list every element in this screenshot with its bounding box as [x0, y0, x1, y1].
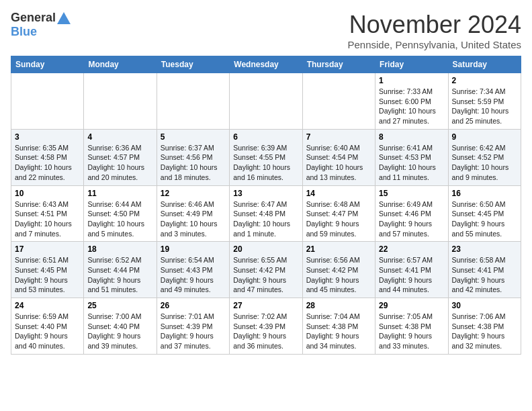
- day-info: Sunrise: 6:49 AM Sunset: 4:46 PM Dayligh…: [379, 199, 444, 239]
- calendar-cell: 5Sunrise: 6:37 AM Sunset: 4:56 PM Daylig…: [157, 129, 229, 185]
- title-section: November 2024 Pennside, Pennsylvania, Un…: [348, 11, 522, 50]
- calendar-cell: 1Sunrise: 7:33 AM Sunset: 6:00 PM Daylig…: [375, 73, 448, 130]
- day-number: 15: [379, 189, 444, 198]
- calendar-table: SundayMondayTuesdayWednesdayThursdayFrid…: [11, 56, 521, 355]
- day-info: Sunrise: 6:52 AM Sunset: 4:44 PM Dayligh…: [87, 255, 152, 295]
- calendar-cell: 8Sunrise: 6:41 AM Sunset: 4:53 PM Daylig…: [375, 129, 448, 185]
- day-number: 10: [15, 189, 80, 198]
- logo-general-text: General: [11, 11, 56, 25]
- day-number: 13: [233, 189, 298, 198]
- day-info: Sunrise: 6:54 AM Sunset: 4:43 PM Dayligh…: [161, 255, 226, 295]
- calendar-cell: 28Sunrise: 7:04 AM Sunset: 4:38 PM Dayli…: [302, 298, 375, 355]
- day-info: Sunrise: 6:43 AM Sunset: 4:51 PM Dayligh…: [15, 199, 80, 239]
- calendar-cell: 18Sunrise: 6:52 AM Sunset: 4:44 PM Dayli…: [84, 242, 157, 298]
- calendar-week-row: 17Sunrise: 6:51 AM Sunset: 4:45 PM Dayli…: [11, 242, 521, 298]
- day-info: Sunrise: 6:58 AM Sunset: 4:41 PM Dayligh…: [452, 255, 517, 295]
- day-info: Sunrise: 7:04 AM Sunset: 4:38 PM Dayligh…: [306, 312, 371, 351]
- day-info: Sunrise: 6:56 AM Sunset: 4:42 PM Dayligh…: [306, 255, 371, 295]
- page-header: General Blue November 2024 Pennside, Pen…: [11, 11, 521, 50]
- calendar-cell: 16Sunrise: 6:50 AM Sunset: 4:45 PM Dayli…: [448, 185, 521, 242]
- day-of-week-header: Tuesday: [157, 56, 229, 73]
- day-info: Sunrise: 6:40 AM Sunset: 4:54 PM Dayligh…: [306, 143, 371, 183]
- logo: General Blue: [11, 11, 71, 39]
- day-info: Sunrise: 6:42 AM Sunset: 4:52 PM Dayligh…: [452, 143, 517, 183]
- day-number: 21: [306, 244, 371, 254]
- logo-triangle-icon: [57, 12, 71, 24]
- day-of-week-header: Monday: [84, 56, 157, 73]
- calendar-cell: 17Sunrise: 6:51 AM Sunset: 4:45 PM Dayli…: [11, 242, 84, 298]
- month-title: November 2024: [348, 11, 522, 39]
- day-info: Sunrise: 7:00 AM Sunset: 4:40 PM Dayligh…: [87, 312, 152, 351]
- day-number: 9: [452, 132, 517, 142]
- day-number: 19: [161, 244, 226, 254]
- calendar-cell: 30Sunrise: 7:06 AM Sunset: 4:38 PM Dayli…: [448, 298, 521, 355]
- day-number: 29: [379, 301, 444, 310]
- day-number: 11: [87, 189, 152, 198]
- day-of-week-header: Wednesday: [230, 56, 302, 73]
- day-info: Sunrise: 7:06 AM Sunset: 4:38 PM Dayligh…: [452, 312, 517, 351]
- calendar-cell: 7Sunrise: 6:40 AM Sunset: 4:54 PM Daylig…: [302, 129, 375, 185]
- day-info: Sunrise: 6:36 AM Sunset: 4:57 PM Dayligh…: [87, 143, 152, 183]
- day-number: 1: [379, 76, 444, 85]
- day-number: 3: [15, 132, 80, 142]
- calendar-cell: [84, 73, 157, 130]
- calendar-cell: [230, 73, 302, 130]
- day-number: 24: [15, 301, 80, 310]
- day-info: Sunrise: 7:33 AM Sunset: 6:00 PM Dayligh…: [379, 87, 444, 126]
- calendar-cell: 15Sunrise: 6:49 AM Sunset: 4:46 PM Dayli…: [375, 185, 448, 242]
- calendar-cell: 4Sunrise: 6:36 AM Sunset: 4:57 PM Daylig…: [84, 129, 157, 185]
- calendar-cell: 9Sunrise: 6:42 AM Sunset: 4:52 PM Daylig…: [448, 129, 521, 185]
- day-number: 27: [233, 301, 298, 310]
- calendar-week-row: 3Sunrise: 6:35 AM Sunset: 4:58 PM Daylig…: [11, 129, 521, 185]
- day-info: Sunrise: 6:55 AM Sunset: 4:42 PM Dayligh…: [233, 255, 298, 295]
- calendar-cell: 23Sunrise: 6:58 AM Sunset: 4:41 PM Dayli…: [448, 242, 521, 298]
- calendar-cell: 24Sunrise: 6:59 AM Sunset: 4:40 PM Dayli…: [11, 298, 84, 355]
- day-number: 26: [161, 301, 226, 310]
- day-number: 4: [87, 132, 152, 142]
- calendar-cell: 3Sunrise: 6:35 AM Sunset: 4:58 PM Daylig…: [11, 129, 84, 185]
- day-info: Sunrise: 6:35 AM Sunset: 4:58 PM Dayligh…: [15, 143, 80, 183]
- calendar-cell: 22Sunrise: 6:57 AM Sunset: 4:41 PM Dayli…: [375, 242, 448, 298]
- day-info: Sunrise: 6:46 AM Sunset: 4:49 PM Dayligh…: [161, 199, 226, 239]
- day-of-week-header: Thursday: [302, 56, 375, 73]
- day-number: 25: [87, 301, 152, 310]
- day-info: Sunrise: 6:51 AM Sunset: 4:45 PM Dayligh…: [15, 255, 80, 295]
- day-number: 8: [379, 132, 444, 142]
- calendar-cell: [11, 73, 84, 130]
- day-info: Sunrise: 6:59 AM Sunset: 4:40 PM Dayligh…: [15, 312, 80, 351]
- calendar-cell: 21Sunrise: 6:56 AM Sunset: 4:42 PM Dayli…: [302, 242, 375, 298]
- calendar-cell: 20Sunrise: 6:55 AM Sunset: 4:42 PM Dayli…: [230, 242, 302, 298]
- calendar-week-row: 1Sunrise: 7:33 AM Sunset: 6:00 PM Daylig…: [11, 73, 521, 130]
- calendar-cell: [302, 73, 375, 130]
- calendar-cell: 19Sunrise: 6:54 AM Sunset: 4:43 PM Dayli…: [157, 242, 229, 298]
- calendar-cell: 27Sunrise: 7:02 AM Sunset: 4:39 PM Dayli…: [230, 298, 302, 355]
- calendar-cell: 12Sunrise: 6:46 AM Sunset: 4:49 PM Dayli…: [157, 185, 229, 242]
- day-info: Sunrise: 7:34 AM Sunset: 5:59 PM Dayligh…: [452, 87, 517, 126]
- calendar-cell: 6Sunrise: 6:39 AM Sunset: 4:55 PM Daylig…: [230, 129, 302, 185]
- day-info: Sunrise: 6:41 AM Sunset: 4:53 PM Dayligh…: [379, 143, 444, 183]
- day-number: 5: [161, 132, 226, 142]
- day-number: 20: [233, 244, 298, 254]
- calendar-cell: 10Sunrise: 6:43 AM Sunset: 4:51 PM Dayli…: [11, 185, 84, 242]
- day-of-week-header: Friday: [375, 56, 448, 73]
- day-number: 18: [87, 244, 152, 254]
- day-of-week-header: Saturday: [448, 56, 521, 73]
- location-text: Pennside, Pennsylvania, United States: [348, 39, 522, 50]
- calendar-cell: [157, 73, 229, 130]
- calendar-cell: 11Sunrise: 6:44 AM Sunset: 4:50 PM Dayli…: [84, 185, 157, 242]
- day-info: Sunrise: 6:48 AM Sunset: 4:47 PM Dayligh…: [306, 199, 371, 239]
- calendar-cell: 14Sunrise: 6:48 AM Sunset: 4:47 PM Dayli…: [302, 185, 375, 242]
- day-number: 30: [452, 301, 517, 310]
- calendar-header-row: SundayMondayTuesdayWednesdayThursdayFrid…: [11, 56, 521, 73]
- day-number: 23: [452, 244, 517, 254]
- day-info: Sunrise: 6:57 AM Sunset: 4:41 PM Dayligh…: [379, 255, 444, 295]
- calendar-cell: 29Sunrise: 7:05 AM Sunset: 4:38 PM Dayli…: [375, 298, 448, 355]
- day-info: Sunrise: 6:37 AM Sunset: 4:56 PM Dayligh…: [161, 143, 226, 183]
- day-number: 16: [452, 189, 517, 198]
- calendar-week-row: 24Sunrise: 6:59 AM Sunset: 4:40 PM Dayli…: [11, 298, 521, 355]
- calendar-cell: 13Sunrise: 6:47 AM Sunset: 4:48 PM Dayli…: [230, 185, 302, 242]
- calendar-week-row: 10Sunrise: 6:43 AM Sunset: 4:51 PM Dayli…: [11, 185, 521, 242]
- calendar-cell: 2Sunrise: 7:34 AM Sunset: 5:59 PM Daylig…: [448, 73, 521, 130]
- day-info: Sunrise: 7:05 AM Sunset: 4:38 PM Dayligh…: [379, 312, 444, 351]
- day-number: 6: [233, 132, 298, 142]
